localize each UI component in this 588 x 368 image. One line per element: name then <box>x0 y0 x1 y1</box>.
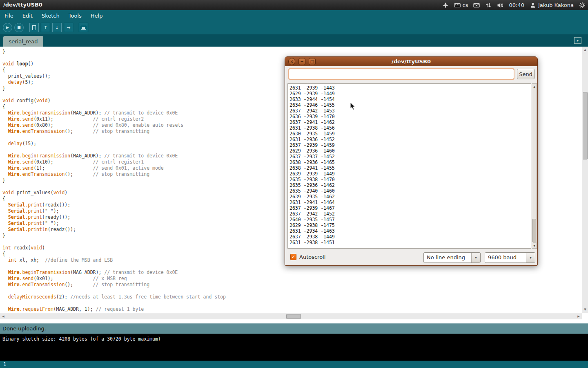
scroll-down-arrow[interactable]: ▼ <box>582 307 588 312</box>
upload-button[interactable]: → <box>64 23 73 32</box>
serial-line: 2637 -2942 -1452 <box>290 211 531 217</box>
serial-line: 2640 -2935 -1457 <box>290 217 531 222</box>
serial-line: 2629 -2939 -1449 <box>290 91 531 96</box>
scroll-right-arrow[interactable]: ▶ <box>576 314 581 319</box>
code-line: Serial.println(readz()); <box>2 227 226 233</box>
tab-serial-read[interactable]: serial_read <box>3 36 43 47</box>
serial-line: 2637 -2938 -1449 <box>290 234 531 240</box>
user-menu[interactable]: Jakub Kakona <box>530 2 574 9</box>
line-ending-value: No line ending <box>424 253 471 263</box>
console-output: Binary sketch size: 4208 bytes (of a 307… <box>0 334 588 361</box>
menu-sketch[interactable]: Sketch <box>37 11 64 21</box>
serial-monitor-title: /dev/ttyUSB0 <box>392 58 431 65</box>
active-window-title: /dev/ttyUSB0 <box>3 2 42 8</box>
indicator-icon <box>442 2 449 9</box>
upload-icon: → <box>67 25 70 30</box>
tab-label: serial_read <box>9 38 38 45</box>
tab-overflow-button[interactable]: ▸ <box>574 37 581 44</box>
serial-line: 2638 -2936 -1465 <box>290 159 531 165</box>
keyboard-layout-indicator[interactable]: cs <box>454 2 468 9</box>
tab-bar: serial_read ▸ <box>0 34 588 47</box>
serial-line: 2639 -2939 -1449 <box>290 171 531 177</box>
code-line: Wire.endTransmission(); // stop transmit… <box>2 128 226 135</box>
chevron-down-icon[interactable]: ▾ <box>526 253 535 263</box>
clock-indicator[interactable]: 00:40 <box>509 2 524 8</box>
editor-horizontal-scrollbar: ◀ ▶ <box>0 313 582 319</box>
serial-monitor-titlebar[interactable]: /dev/ttyUSB0 <box>285 57 537 66</box>
menu-file[interactable]: File <box>0 11 18 21</box>
line-ending-dropdown[interactable]: No line ending ▾ <box>423 252 481 263</box>
system-tray: cs 00:40 <box>442 0 586 10</box>
code-line: Serial.print(ready()); <box>2 214 226 220</box>
verify-button[interactable]: ▶ <box>3 23 12 32</box>
code-line <box>2 55 226 61</box>
code-line: { <box>2 104 226 110</box>
serial-line: 2631 -2941 -1464 <box>290 200 531 205</box>
menu-edit[interactable]: Edit <box>18 11 37 21</box>
tab-overflow-icon: ▸ <box>577 38 579 43</box>
serial-line: 2635 -2938 -1470 <box>290 177 531 182</box>
code-line: Wire.requestFrom(MAG_ADDR, 1); // reques… <box>2 306 226 312</box>
code-line: } <box>2 49 226 55</box>
open-button[interactable]: ↑ <box>41 23 50 32</box>
indicator-applet[interactable] <box>442 2 449 9</box>
serial-scroll-thumb[interactable] <box>532 219 536 242</box>
serial-output[interactable]: 2631 -2939 -14432629 -2939 -14492633 -29… <box>287 83 531 249</box>
code-line: Wire.endTransmission(); // stop transmit… <box>2 282 226 288</box>
user-icon <box>530 2 536 9</box>
code-line: Wire.beginTransmission(MAG_ADDR); // tra… <box>2 153 226 159</box>
save-button[interactable]: ↓ <box>52 23 62 32</box>
menu-help[interactable]: Help <box>86 11 107 21</box>
code-line: Serial.print(" "); <box>2 208 226 214</box>
console-text: Binary sketch size: 4208 bytes (of a 307… <box>2 336 161 342</box>
serial-scroll-up-arrow[interactable]: ▲ <box>532 84 537 89</box>
code-line <box>2 92 226 98</box>
minimize-button[interactable]: − <box>298 58 305 65</box>
menu-tools[interactable]: Tools <box>64 11 86 21</box>
code-line: delay(15); <box>2 141 226 147</box>
new-button[interactable] <box>29 23 39 32</box>
autoscroll-checkbox[interactable]: ✓ <box>290 254 296 260</box>
session-menu[interactable] <box>579 2 586 9</box>
maximize-icon: □ <box>310 60 314 64</box>
scroll-up-arrow[interactable]: ▲ <box>582 47 588 53</box>
serial-input[interactable] <box>289 69 514 79</box>
serial-line: 2629 -2936 -1460 <box>290 148 531 154</box>
serial-line: 2639 -2935 -1462 <box>290 194 531 200</box>
chevron-down-icon[interactable]: ▾ <box>471 253 480 263</box>
serial-monitor-button[interactable] <box>79 23 88 32</box>
code-lines[interactable]: } void loop(){ print_values(); delay(5);… <box>2 49 226 312</box>
baud-rate-dropdown[interactable]: 9600 baud ▾ <box>485 252 535 263</box>
messaging-indicator[interactable] <box>473 2 480 9</box>
code-line <box>2 288 226 294</box>
code-line: int readx(void) <box>2 245 226 251</box>
close-button[interactable]: × <box>288 58 295 65</box>
network-indicator[interactable] <box>485 2 492 9</box>
send-button[interactable]: Send <box>517 69 535 79</box>
vertical-scroll-thumb[interactable] <box>583 92 588 159</box>
code-line: } <box>2 85 226 92</box>
horizontal-scroll-thumb[interactable] <box>286 314 301 319</box>
maximize-button[interactable]: □ <box>309 58 316 65</box>
serial-line: 2631 -2936 -1452 <box>290 137 531 142</box>
code-line: Wire.send(0x01); // x MSB reg <box>2 276 226 282</box>
code-line: Wire.endTransmission(); // stop transmit… <box>2 171 226 177</box>
speaker-icon <box>497 2 503 9</box>
status-text: Done uploading. <box>2 325 46 332</box>
code-line: Serial.print(" "); <box>2 220 226 227</box>
code-line: delay(5); <box>2 79 226 85</box>
serial-line: 2630 -2935 -1459 <box>290 131 531 137</box>
volume-indicator[interactable] <box>497 2 503 9</box>
serial-scrollbar: ▲ ▼ <box>532 83 537 249</box>
serial-scroll-down-arrow[interactable]: ▼ <box>532 243 537 248</box>
serial-line: 2636 -2939 -1470 <box>290 114 531 119</box>
save-icon: ↓ <box>55 25 59 30</box>
keyboard-layout-label: cs <box>463 2 468 8</box>
serial-line: 2635 -2940 -1460 <box>290 188 531 194</box>
editor-vertical-scrollbar: ▲ ▼ <box>582 47 588 313</box>
scroll-left-arrow[interactable]: ◀ <box>0 314 6 319</box>
stop-button[interactable]: ■ <box>14 23 24 32</box>
code-line: Wire.send(1); // send 0x01, active mode <box>2 165 226 171</box>
new-sketch-icon <box>32 25 36 30</box>
line-number: 1 <box>3 361 7 367</box>
